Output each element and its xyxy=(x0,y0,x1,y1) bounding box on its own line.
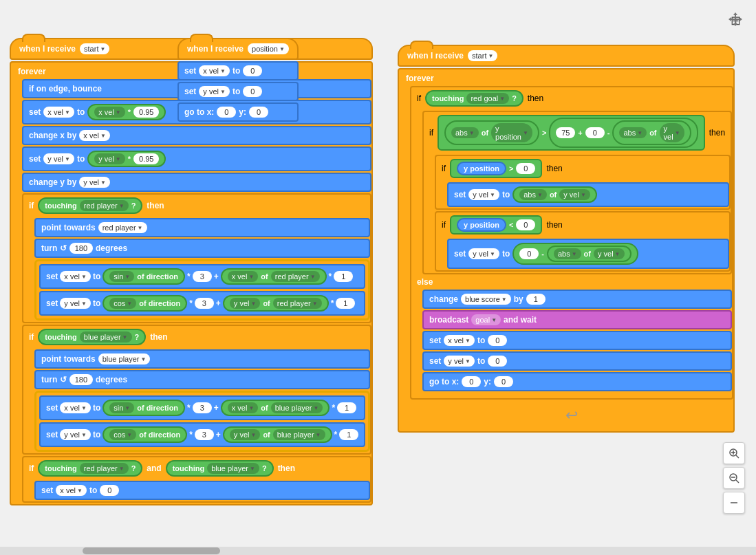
broadcast-goal[interactable]: broadcast goal and wait xyxy=(422,310,732,329)
abs-compare-condition: abs of y position > 75 + 0 xyxy=(438,115,705,151)
forever-goal-body: if touching red goal ? then if xyxy=(410,85,733,431)
blue-player-if-body: point towards blue player turn ↺ 180 deg… xyxy=(34,348,370,453)
if-else-red-goal: if touching red goal ? then if xyxy=(410,86,733,400)
group-position: when I receive position set x vel to 0 s… xyxy=(177,38,299,122)
zoom-reset-button[interactable] xyxy=(723,492,745,514)
if-touching-blue-player: if touching blue player ? then point tow… xyxy=(22,325,371,455)
when-receive-label: when I receive xyxy=(19,44,76,54)
if-touching-red-player: if touching red player ? then point towa… xyxy=(22,193,371,323)
red-goal-if-body: if abs of y position > 75 xyxy=(422,109,732,276)
red-player-dropdown[interactable]: red player xyxy=(98,222,147,233)
set-x-vel-0-both[interactable]: set x vel to 0 xyxy=(34,481,370,500)
x-vel-dropdown[interactable]: x vel xyxy=(43,107,74,118)
if-else-footer xyxy=(411,393,732,398)
set-y-vel-095[interactable]: set y vel to y vel * 0.95 xyxy=(22,146,371,171)
svg-line-5 xyxy=(736,480,739,483)
blue-vel-set-group: set x vel to sin of direction * 3 + xyxy=(34,391,370,452)
group-goal-logic: when I receive start forever if touching… xyxy=(398,45,735,433)
red-player-if-body: point towards red player turn ↺ 180 degr… xyxy=(34,217,370,322)
both-if-body: set x vel to 0 xyxy=(34,479,370,501)
else-body: change blue score by 1 broadcast goal an… xyxy=(422,288,732,393)
x-vel-ref[interactable]: x vel xyxy=(79,130,110,141)
horizontal-scrollbar[interactable] xyxy=(0,547,756,555)
set-x-vel-0-goal[interactable]: set x vel to 0 xyxy=(422,331,732,350)
ypos-lt-0-cond: y position < 0 xyxy=(450,215,542,235)
else-label: else xyxy=(411,276,732,288)
abs-ypos-body: if y position > 0 then xyxy=(435,153,731,273)
svg-line-1 xyxy=(736,455,739,458)
move-arrows-icon xyxy=(728,12,743,27)
go-to-0-0-goal[interactable]: go to x: 0 y: 0 xyxy=(422,372,732,391)
hat-when-receive-position[interactable]: when I receive position xyxy=(177,38,299,60)
if-ypos-gt-0: if y position > 0 then xyxy=(435,155,731,210)
set-yvel-0-minus-abs[interactable]: set y vel to 0 - abs xyxy=(447,239,729,269)
if-ypos-lt-0: if y position < 0 then xyxy=(435,211,731,272)
point-towards-blue[interactable]: point towards blue player xyxy=(34,349,370,369)
if-abs-ypos: if abs of y position > 75 xyxy=(422,111,732,274)
ypos-lt-0-body: set y vel to 0 - abs xyxy=(447,237,729,270)
ypos-gt-0-cond: y position > 0 xyxy=(450,159,542,178)
zoom-out-button[interactable] xyxy=(723,467,745,489)
zoom-reset-icon xyxy=(728,497,739,508)
go-to-xy-0[interactable]: go to x: 0 y: 0 xyxy=(177,102,299,122)
touching-blue2[interactable]: touching blue player ? xyxy=(166,460,274,477)
zoom-out-icon xyxy=(728,472,739,483)
set-x-vel-red-formula[interactable]: set x vel to sin of direction * 3 + xyxy=(39,264,365,289)
red-vel-set-group: set x vel to sin of direction * 3 + xyxy=(34,259,370,320)
set-y-vel-0-goal[interactable]: set y vel to 0 xyxy=(422,351,732,371)
set-y-vel-to-0[interactable]: set y vel to 0 xyxy=(177,82,299,101)
svg-marker-11 xyxy=(733,23,737,26)
set-y-vel-blue-formula[interactable]: set y vel to cos of direction * 3 + xyxy=(39,422,365,447)
set-x-vel-to-0[interactable]: set x vel to 0 xyxy=(177,61,299,80)
set-y-vel-red-formula[interactable]: set y vel to cos of direction * 3 + xyxy=(39,291,365,316)
forever-label2: forever xyxy=(399,72,733,85)
scroll-thumb[interactable] xyxy=(83,547,220,554)
y-vel-times-095: y vel * 0.95 xyxy=(87,151,166,167)
set-x-vel-blue-formula[interactable]: set x vel to sin of direction * 3 + xyxy=(39,395,365,420)
scratch-canvas: ⊞ when I receive start forever if on edg… xyxy=(0,0,756,555)
touching-red2[interactable]: touching red player ? xyxy=(38,460,142,477)
zoom-controls xyxy=(723,442,745,514)
zoom-in-icon xyxy=(728,448,739,459)
change-blue-score[interactable]: change blue score by 1 xyxy=(422,290,732,309)
start-dropdown2[interactable]: start xyxy=(468,50,497,61)
svg-marker-12 xyxy=(728,17,731,21)
point-towards-red[interactable]: point towards red player xyxy=(34,218,370,237)
set-yvel-abs-yvel[interactable]: set y vel to abs of y vel xyxy=(447,182,729,207)
hat-when-receive-start2[interactable]: when I receive start xyxy=(398,45,735,67)
turn-180-red[interactable]: turn ↺ 180 degrees xyxy=(34,239,370,258)
x-vel-times-095: x vel * 0.95 xyxy=(87,104,166,120)
zoom-in-button[interactable] xyxy=(723,442,745,464)
change-y-by-yvel[interactable]: change y by y vel xyxy=(22,173,371,192)
blue-player-dropdown[interactable]: blue player xyxy=(98,353,151,364)
y-vel-dropdown[interactable]: y vel xyxy=(43,153,74,164)
ypos-gt-0-body: set y vel to abs of y vel xyxy=(447,181,729,208)
forever-goal-block: forever if touching red goal ? then xyxy=(398,68,735,433)
touching-red-goal[interactable]: touching red goal ? xyxy=(425,90,523,107)
change-x-by-xvel[interactable]: change x by x vel xyxy=(22,126,371,145)
if-touching-both: if touching red player ? and touching bl… xyxy=(22,456,371,503)
refresh-icon: ↩ xyxy=(565,406,578,424)
position-dropdown[interactable]: position xyxy=(248,43,289,54)
turn-180-blue[interactable]: turn ↺ 180 degrees xyxy=(34,370,370,389)
start-dropdown[interactable]: start xyxy=(80,43,109,54)
y-vel-ref2[interactable]: y vel xyxy=(79,177,110,188)
touching-red-condition[interactable]: touching red player ? xyxy=(38,197,142,214)
forever-body: if on edge, bounce set x vel to x vel * … xyxy=(22,78,371,504)
svg-marker-13 xyxy=(739,17,742,21)
when-receive-label2: when I receive xyxy=(187,44,244,54)
touching-blue-condition[interactable]: touching blue player ? xyxy=(38,329,146,345)
svg-marker-10 xyxy=(733,12,737,15)
forever-block: forever if on edge, bounce set x vel to … xyxy=(10,61,373,505)
move-icon[interactable] xyxy=(726,10,745,29)
loop-icon-area: ↩ xyxy=(410,401,733,430)
